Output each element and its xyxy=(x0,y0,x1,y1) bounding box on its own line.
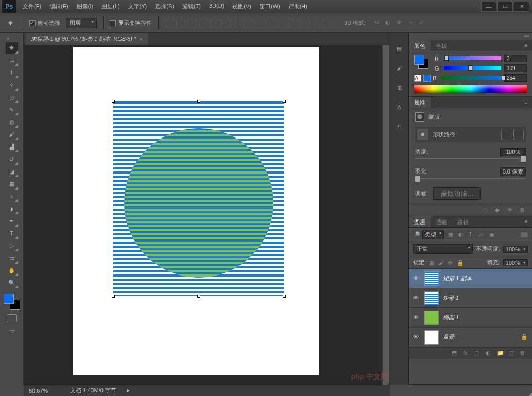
distribute-icon[interactable] xyxy=(300,19,310,28)
layer-name[interactable]: 矩形 1 副本 xyxy=(443,274,472,282)
doc-info[interactable]: 文档:1.43M/0 字节 xyxy=(70,387,116,394)
menu-view[interactable]: 视图(V) xyxy=(228,0,255,13)
distribute-icon[interactable] xyxy=(278,19,287,28)
brush-tool[interactable]: 🖌 xyxy=(6,129,18,140)
distribute-icon[interactable] xyxy=(255,19,264,28)
menu-file[interactable]: 文件(F) xyxy=(19,0,45,13)
filter-pixel-icon[interactable]: ▦ xyxy=(448,231,455,238)
auto-select-checkbox[interactable]: 自动选择: xyxy=(29,19,62,27)
filter-smart-icon[interactable]: ▣ xyxy=(489,231,496,238)
transform-handle[interactable] xyxy=(197,100,200,103)
eyedropper-tool[interactable]: ✎ xyxy=(6,104,18,115)
distribute-icon[interactable] xyxy=(266,19,276,28)
3d-slide-icon[interactable]: ↔ xyxy=(408,19,416,27)
close-tab-icon[interactable]: × xyxy=(139,36,142,42)
toggle-mask-icon[interactable]: 👁 xyxy=(507,206,514,214)
density-slider[interactable] xyxy=(415,158,526,159)
filter-shape-icon[interactable]: ▱ xyxy=(479,231,486,238)
panel-menu-icon[interactable]: ≡ xyxy=(521,40,532,51)
maximize-button[interactable]: ▭ xyxy=(497,2,513,12)
menu-filter[interactable]: 滤镜(T) xyxy=(178,0,205,13)
new-layer-icon[interactable]: ◫ xyxy=(508,350,516,357)
layer-thumb[interactable] xyxy=(424,311,439,325)
blur-tool[interactable]: ○ xyxy=(6,191,18,202)
lasso-tool[interactable]: ⌇ xyxy=(6,67,18,78)
pixel-mask-button[interactable] xyxy=(501,130,511,139)
layer-thumb[interactable] xyxy=(424,271,439,286)
layer-row[interactable]: 👁 矩形 1 副本 xyxy=(409,269,532,288)
density-value[interactable]: 100% xyxy=(500,148,526,156)
layer-fx-icon[interactable]: fx xyxy=(463,350,470,357)
swatches-tab[interactable]: 色板 xyxy=(431,40,452,51)
auto-select-target-dropdown[interactable]: 图层 xyxy=(66,18,97,28)
3d-pan-icon[interactable]: ✥ xyxy=(397,19,405,27)
select-mask-icon[interactable]: ◌ xyxy=(483,206,490,214)
lock-pixels-icon[interactable]: 🖌 xyxy=(438,260,444,266)
zoom-value[interactable]: 80.67% xyxy=(29,388,60,394)
transform-handle[interactable] xyxy=(112,100,115,103)
marquee-tool[interactable]: ▭ xyxy=(6,55,18,66)
delete-mask-icon[interactable]: 🗑 xyxy=(520,206,527,214)
move-tool[interactable]: ✥ xyxy=(6,42,18,54)
new-adjustment-icon[interactable]: ◐ xyxy=(486,350,493,357)
menu-window[interactable]: 窗口(W) xyxy=(255,0,284,13)
type-tool[interactable]: T xyxy=(6,228,18,239)
distribute-icon[interactable] xyxy=(289,19,298,28)
vector-mask-button[interactable] xyxy=(513,130,524,139)
mask-edge-button[interactable]: 蒙版边缘... xyxy=(433,187,481,200)
document-tab[interactable]: 未标题-1 @ 80.7% (矩形 1 副本, RGB/8) * × xyxy=(26,33,148,45)
lock-transparent-icon[interactable]: ▦ xyxy=(429,260,435,266)
menu-layer[interactable]: 图层(L) xyxy=(97,0,124,13)
link-layers-icon[interactable]: ⬒ xyxy=(452,350,459,357)
minimize-button[interactable]: — xyxy=(481,2,496,12)
visibility-icon[interactable]: 👁 xyxy=(413,275,420,282)
panel-menu-icon[interactable]: ≡ xyxy=(521,216,532,227)
filter-type-dropdown[interactable]: 类型 xyxy=(422,230,444,239)
screen-mode-toggle[interactable]: ▭ xyxy=(7,326,17,335)
eraser-tool[interactable]: ◪ xyxy=(6,166,18,177)
layer-row[interactable]: 👁 背景 🔒 xyxy=(409,328,532,347)
transform-handle[interactable] xyxy=(112,295,115,298)
auto-align-icon[interactable] xyxy=(322,19,332,28)
g-slider[interactable] xyxy=(444,66,501,71)
layer-thumb[interactable] xyxy=(424,291,439,305)
3d-scale-icon[interactable]: ⤢ xyxy=(419,19,427,27)
menu-type[interactable]: 文字(Y) xyxy=(124,0,151,13)
visibility-icon[interactable]: 👁 xyxy=(413,314,420,321)
menu-help[interactable]: 帮助(H) xyxy=(284,0,312,13)
filter-toggle[interactable] xyxy=(521,232,528,237)
canvas-viewport[interactable] xyxy=(24,45,382,385)
apply-mask-icon[interactable]: ◆ xyxy=(495,206,502,214)
blend-mode-dropdown[interactable]: 正常 xyxy=(413,244,473,254)
color-tab[interactable]: 颜色 xyxy=(409,40,431,51)
paths-tab[interactable]: 路径 xyxy=(452,216,474,227)
layer-row[interactable]: 👁 椭圆 1 xyxy=(409,308,532,328)
align-top-icon[interactable] xyxy=(165,19,174,28)
brush-presets-icon[interactable]: ⊞ xyxy=(394,82,404,93)
path-select-tool[interactable]: ▷ xyxy=(6,240,18,251)
zoom-tool[interactable]: 🔍 xyxy=(6,277,18,288)
character-panel-icon[interactable]: A xyxy=(394,102,404,112)
layers-tab[interactable]: 图层 xyxy=(409,216,431,227)
crop-tool[interactable]: ⊡ xyxy=(6,92,18,103)
transform-handle[interactable] xyxy=(283,100,286,103)
color-preview[interactable] xyxy=(414,55,430,70)
r-slider[interactable] xyxy=(444,56,501,61)
layer-name[interactable]: 椭圆 1 xyxy=(443,314,459,321)
healing-brush-tool[interactable]: ◍ xyxy=(6,116,18,128)
visibility-icon[interactable]: 👁 xyxy=(413,334,420,341)
lock-position-icon[interactable]: ✥ xyxy=(448,260,454,266)
vertical-scrollbar[interactable] xyxy=(382,45,390,385)
artwork[interactable] xyxy=(113,101,284,296)
color-spectrum[interactable] xyxy=(414,85,527,93)
collapse-panels-icon[interactable]: ◂◂ xyxy=(409,33,532,40)
quick-mask-toggle[interactable] xyxy=(7,314,17,322)
stamp-tool[interactable]: ▟ xyxy=(6,141,18,152)
menu-edit[interactable]: 编辑(E) xyxy=(45,0,73,13)
align-bottom-icon[interactable] xyxy=(187,19,197,28)
r-value-input[interactable]: 3 xyxy=(504,55,527,62)
hand-tool[interactable]: ✋ xyxy=(6,265,18,276)
layer-name[interactable]: 背景 xyxy=(443,333,454,341)
menu-image[interactable]: 图像(I) xyxy=(73,0,97,13)
align-left-icon[interactable] xyxy=(199,19,208,28)
